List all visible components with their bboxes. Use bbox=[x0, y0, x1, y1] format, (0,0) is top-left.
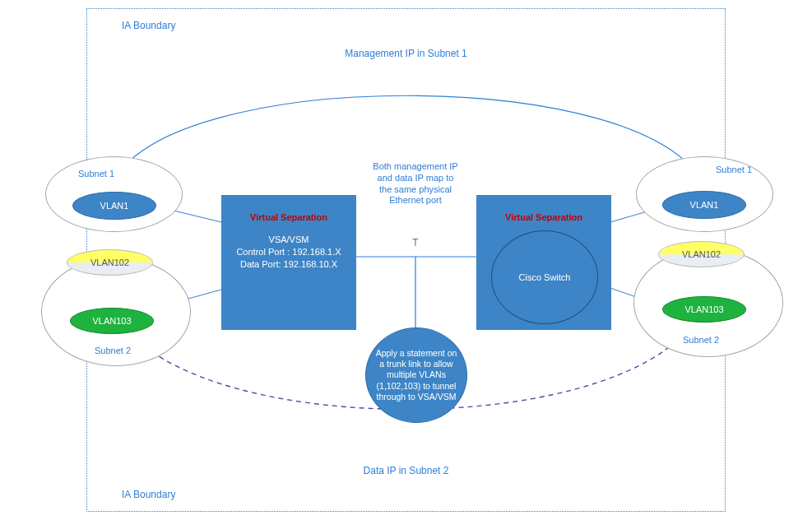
left-subnet2-label: Subnet 2 bbox=[95, 346, 131, 355]
center-note: Both management IP and data IP map to th… bbox=[368, 161, 463, 207]
trunk-marker: T bbox=[407, 237, 424, 249]
right-subnet2-label: Subnet 2 bbox=[683, 335, 719, 345]
center-note-l2: and data IP map to bbox=[368, 173, 463, 184]
ia-boundary-bottom-label: IA Boundary bbox=[122, 489, 175, 500]
data-ip-title: Data IP in Subnet 2 bbox=[0, 465, 812, 476]
left-box-line1: VSA/VSM bbox=[222, 234, 355, 246]
cisco-switch-box: Virtual Separation Cisco Switch bbox=[476, 195, 611, 330]
left-subnet1-label: Subnet 1 bbox=[78, 169, 114, 179]
right-subnet1-label: Subnet 1 bbox=[716, 165, 752, 174]
left-vlan1: VLAN1 bbox=[72, 192, 156, 220]
vsa-vsm-box: Virtual Separation VSA/VSM Control Port … bbox=[221, 195, 356, 330]
trunk-statement-bubble: Apply a statement on a trunk link to all… bbox=[365, 327, 467, 423]
left-vlan102: VLAN102 bbox=[67, 249, 153, 276]
right-vlan103: VLAN103 bbox=[662, 296, 746, 323]
right-virtual-separation-label: Virtual Separation bbox=[477, 212, 610, 222]
ia-boundary-box bbox=[86, 8, 726, 512]
left-vlan103: VLAN103 bbox=[70, 308, 154, 334]
center-note-l3: the same physical bbox=[368, 184, 463, 196]
right-vlan1: VLAN1 bbox=[662, 191, 746, 219]
center-note-l4: Ethernet port bbox=[368, 195, 463, 207]
cisco-switch-label: Cisco Switch bbox=[519, 272, 571, 282]
right-vlan102: VLAN102 bbox=[658, 241, 745, 267]
trunk-statement-text: Apply a statement on a trunk link to all… bbox=[373, 348, 460, 402]
left-virtual-separation-label: Virtual Separation bbox=[222, 212, 355, 222]
center-note-l1: Both management IP bbox=[368, 161, 463, 173]
management-ip-title: Management IP in Subnet 1 bbox=[0, 48, 812, 59]
left-box-line3: Data Port: 192.168.10.X bbox=[222, 258, 355, 271]
left-box-line2: Control Port : 192.168.1.X bbox=[222, 246, 355, 258]
ia-boundary-top-label: IA Boundary bbox=[122, 20, 175, 31]
diagram-canvas: IA Boundary IA Boundary Management IP in… bbox=[0, 0, 812, 520]
cisco-switch-circle: Cisco Switch bbox=[491, 230, 598, 324]
